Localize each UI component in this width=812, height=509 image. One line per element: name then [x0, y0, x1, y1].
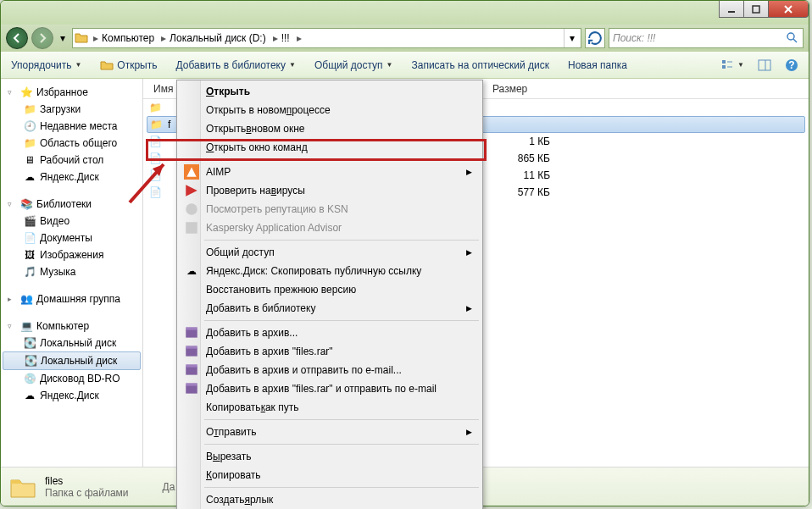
- back-button[interactable]: [6, 27, 28, 49]
- help-button[interactable]: ?: [781, 57, 802, 74]
- sidebar-item-bdrom[interactable]: 💿Дисковод BD-RO: [3, 370, 141, 387]
- sidebar-item-recent[interactable]: 🕘Недавние места: [3, 118, 141, 135]
- sidebar-computer[interactable]: ▿💻Компьютер: [3, 318, 141, 335]
- close-button[interactable]: [768, 1, 809, 18]
- sidebar-item-pictures[interactable]: 🖼Изображения: [3, 246, 141, 263]
- cm-open[interactable]: Открыть: [179, 82, 481, 101]
- cm-arch2[interactable]: Добавить в архив "files.rar": [179, 342, 481, 361]
- cm-open-new-process[interactable]: Открыть в новом процессе: [179, 101, 481, 119]
- svg-point-15: [186, 203, 197, 215]
- cm-arch1[interactable]: Добавить в архив...: [179, 324, 481, 342]
- file-icon: 📄: [148, 185, 162, 199]
- folder-icon: 📁: [149, 118, 163, 131]
- music-icon: 🎵: [23, 265, 36, 279]
- sidebar-item-public[interactable]: 📁Область общего: [3, 135, 141, 152]
- svg-text:?: ?: [788, 59, 794, 71]
- folder-icon: 📁: [148, 101, 162, 114]
- cm-copypath[interactable]: Копировать как путь: [179, 398, 481, 417]
- cm-arch3[interactable]: Добавить в архив и отправить по e-mail..…: [179, 361, 481, 379]
- forward-button[interactable]: [31, 27, 53, 49]
- col-size[interactable]: Размер: [487, 83, 564, 95]
- new-folder-button[interactable]: Новая папка: [565, 58, 631, 73]
- sidebar-item-desktop[interactable]: 🖥Рабочий стол: [3, 152, 141, 169]
- file-icon: 📄: [148, 169, 162, 182]
- context-menu: Открыть Открыть в новом процессе Открыть…: [176, 80, 483, 509]
- organize-button[interactable]: Упорядочить▼: [8, 58, 85, 73]
- add-library-button[interactable]: Добавить в библиотеку▼: [172, 58, 298, 73]
- cm-scan[interactable]: Проверить на вирусы: [179, 181, 481, 200]
- sidebar-item-localc[interactable]: 💽Локальный диск: [3, 335, 141, 351]
- cm-yalink[interactable]: ☁Яндекс.Диск: Скопировать публичную ссыл…: [179, 262, 481, 280]
- sidebar-homegroup[interactable]: ▸👥Домашняя группа: [3, 290, 141, 307]
- minimize-button[interactable]: [719, 1, 744, 18]
- svg-rect-16: [186, 222, 197, 234]
- status-type: Папка с файлами: [45, 487, 129, 499]
- share-button[interactable]: Общий доступ▼: [311, 58, 397, 73]
- rar-icon: [184, 325, 199, 340]
- sidebar-item-video[interactable]: 🎬Видео: [3, 213, 141, 230]
- status-name: files: [45, 475, 129, 487]
- svg-line-5: [793, 39, 797, 42]
- homegroup-icon: 👥: [19, 292, 33, 306]
- video-icon: 🎬: [23, 214, 36, 228]
- rar-icon: [184, 362, 199, 378]
- open-button[interactable]: Открыть: [97, 57, 160, 74]
- cloud-icon: ☁: [184, 263, 199, 279]
- file-icon: 📄: [148, 135, 162, 148]
- drive-icon: 💽: [23, 336, 36, 350]
- cloud-icon: ☁: [23, 389, 36, 402]
- cm-open-new-window[interactable]: Открыть в новом окне: [179, 119, 481, 138]
- file-icon: 📄: [148, 152, 162, 165]
- path-dropdown[interactable]: ▾: [564, 29, 579, 47]
- folder-icon: 📁: [23, 136, 36, 150]
- sidebar-item-locald[interactable]: 💽Локальный диск: [3, 351, 141, 370]
- cm-addlib[interactable]: Добавить в библиотеку▶: [179, 299, 481, 318]
- disc-icon: 💿: [23, 372, 36, 385]
- cm-open-cmd[interactable]: Открыть окно команд: [179, 138, 481, 157]
- maximize-button[interactable]: [743, 1, 769, 18]
- sidebar-item-yadisk2[interactable]: ☁Яндекс.Диск: [3, 387, 141, 404]
- cloud-icon: ☁: [23, 170, 36, 184]
- sidebar-item-downloads[interactable]: 📁Загрузки: [3, 101, 141, 118]
- svg-rect-17: [186, 329, 197, 338]
- cm-arch4[interactable]: Добавить в архив "files.rar" и отправить…: [179, 379, 481, 398]
- sidebar-item-music[interactable]: 🎵Музыка: [3, 263, 141, 280]
- cm-copy[interactable]: Копировать: [179, 466, 481, 484]
- sidebar-libraries[interactable]: ▿📚Библиотеки: [3, 196, 141, 213]
- breadcrumb[interactable]: ▸Компьютер ▸Локальный диск (D:) ▸!!! ▸ ▾: [72, 28, 581, 48]
- rar-icon: [184, 381, 199, 396]
- breadcrumb-computer[interactable]: Компьютер: [102, 32, 154, 44]
- svg-rect-7: [722, 65, 726, 69]
- sidebar-favorites[interactable]: ▿⭐Избранное: [3, 84, 141, 101]
- preview-pane-button[interactable]: [754, 57, 775, 74]
- cm-restore[interactable]: Восстановить прежнюю версию: [179, 280, 481, 299]
- toolbar: Упорядочить▼ Открыть Добавить в библиоте…: [1, 52, 809, 79]
- sidebar-item-yadisk[interactable]: ☁Яндекс.Диск: [3, 169, 141, 185]
- folder-icon: [9, 473, 36, 501]
- cm-shortcut[interactable]: Создать ярлык: [179, 490, 481, 509]
- cm-ksn: Посмотреть репутацию в KSN: [179, 200, 481, 219]
- svg-rect-22: [186, 364, 197, 367]
- breadcrumb-drive[interactable]: Локальный диск (D:): [170, 32, 266, 44]
- cm-cut[interactable]: Вырезать: [179, 447, 481, 466]
- svg-rect-1: [753, 6, 759, 13]
- recent-icon: 🕘: [23, 119, 36, 133]
- search-input[interactable]: Поиск: !!!: [609, 28, 804, 48]
- drive-icon: 💽: [24, 354, 37, 368]
- cm-share[interactable]: Общий доступ▶: [179, 243, 481, 262]
- kaspersky-icon: [184, 183, 199, 198]
- cm-send[interactable]: Отправить▶: [179, 423, 481, 441]
- burn-button[interactable]: Записать на оптический диск: [408, 58, 553, 73]
- sidebar-item-documents[interactable]: 📄Документы: [3, 230, 141, 246]
- history-dropdown[interactable]: ▾: [57, 27, 69, 49]
- refresh-button[interactable]: [585, 28, 605, 48]
- document-icon: 📄: [23, 231, 36, 245]
- address-bar: ▾ ▸Компьютер ▸Локальный диск (D:) ▸!!! ▸…: [1, 25, 809, 52]
- cm-aimp[interactable]: AIMP▶: [179, 163, 481, 181]
- svg-rect-21: [186, 367, 197, 375]
- breadcrumb-folder[interactable]: !!!: [281, 32, 290, 44]
- titlebar: [1, 1, 809, 25]
- view-button[interactable]: ▼: [717, 57, 748, 74]
- kaa-icon: [184, 220, 199, 235]
- aimp-icon: [184, 164, 199, 180]
